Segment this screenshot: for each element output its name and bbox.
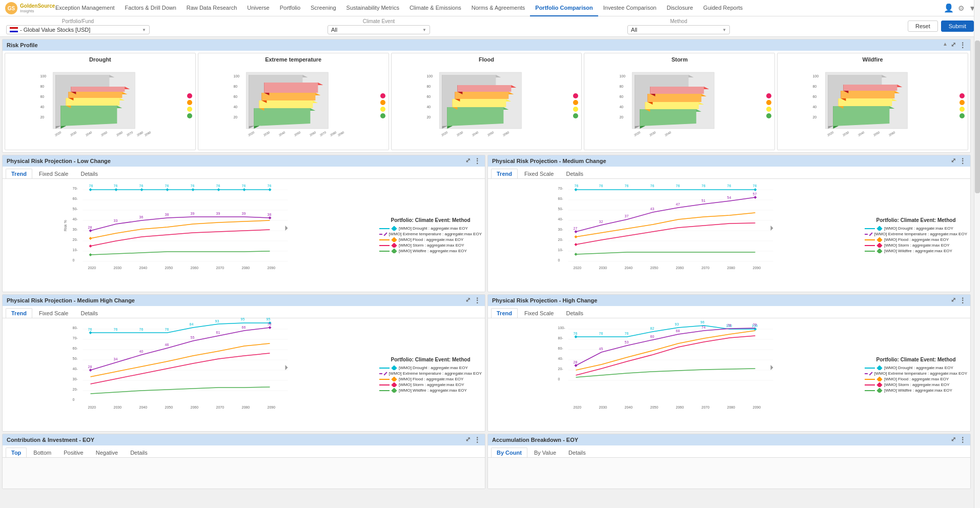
risk-profile-header: Risk Profile ▲ ⤢ ⋮ (3, 39, 970, 51)
svg-marker-226 (754, 196, 757, 199)
svg-marker-13 (60, 106, 117, 126)
high-change-tab-trend[interactable]: Trend (491, 308, 518, 318)
medium-high-tab-trend[interactable]: Trend (6, 308, 32, 318)
svg-marker-124 (839, 98, 892, 106)
svg-text:80: 80 (813, 85, 817, 88)
high-change-header: Physical Risk Projection - High Change ⤢… (488, 295, 970, 306)
accumulation-tab-details[interactable]: Details (563, 448, 591, 457)
nav-universe[interactable]: Universe (242, 0, 274, 16)
accumulation-tab-value[interactable]: By Value (528, 448, 562, 457)
svg-text:10-: 10- (558, 248, 564, 252)
wildfire-card: Wildfire 100 80 60 40 20 (777, 53, 968, 150)
nav-menu: Exception Management Factors & Drill Dow… (50, 0, 944, 16)
method-filter-select[interactable]: All ▼ (627, 25, 730, 34)
svg-text:38: 38 (165, 213, 169, 216)
medium-high-tab-details[interactable]: Details (75, 308, 104, 318)
nav-screening[interactable]: Screening (305, 0, 341, 16)
contribution-title: Contribution & Investment - EOY (7, 437, 94, 443)
medium-high-expand-icon[interactable]: ⤢ (465, 296, 471, 304)
method-filter-group: Method All ▼ (608, 18, 750, 34)
low-change-expand-icon[interactable]: ⤢ (465, 157, 471, 165)
medium-high-chart-svg: 80- 70- 60- 50- 40- 30- 20- 0 2020 (6, 321, 375, 424)
high-change-tab-details[interactable]: Details (560, 308, 589, 318)
high-change-expand-icon[interactable]: ⤢ (951, 296, 956, 304)
svg-text:76: 76 (676, 184, 680, 188)
contribution-expand-icon[interactable]: ⤢ (465, 436, 471, 444)
svg-text:28: 28 (88, 226, 92, 229)
nav-portfolio[interactable]: Portfolio (275, 0, 305, 16)
climate-filter-value: All (331, 27, 337, 33)
submit-button[interactable]: Submit (941, 21, 974, 32)
svg-text:20: 20 (426, 115, 431, 119)
svg-text:2050: 2050 (294, 131, 301, 137)
svg-text:2030: 2030 (456, 131, 463, 137)
nav-norms-agreements[interactable]: Norms & Agreements (466, 0, 530, 16)
nav-climate-emissions[interactable]: Climate & Emissions (404, 0, 466, 16)
contribution-more-icon[interactable]: ⋮ (474, 436, 481, 444)
svg-marker-322 (771, 365, 773, 370)
svg-text:93: 93 (215, 319, 219, 323)
low-change-tab-fixed[interactable]: Fixed Scale (33, 169, 74, 178)
storm-card: Storm 100 80 60 40 20 (584, 53, 775, 150)
climate-filter-select[interactable]: All ▼ (328, 25, 430, 34)
risk-profile-actions: ▲ ⤢ ⋮ (943, 41, 966, 49)
high-change-tab-fixed[interactable]: Fixed Scale (519, 308, 559, 318)
expand-icon[interactable]: ⤢ (951, 41, 956, 49)
accumulation-expand-icon[interactable]: ⤢ (951, 436, 956, 444)
svg-marker-272 (89, 369, 92, 372)
medium-high-more-icon[interactable]: ⋮ (474, 296, 481, 304)
svg-text:76: 76 (114, 184, 118, 188)
nav-exception-management[interactable]: Exception Management (50, 0, 120, 16)
nav-guided-reports[interactable]: Guided Reports (698, 0, 748, 16)
accumulation-tab-count[interactable]: By Count (491, 448, 527, 457)
nav-raw-data-research[interactable]: Raw Data Research (181, 0, 242, 16)
scrollbar-thumb[interactable] (975, 40, 980, 193)
medium-high-tab-fixed[interactable]: Fixed Scale (33, 308, 74, 318)
settings-icon[interactable]: ⚙ (958, 4, 965, 12)
climate-filter-group: Climate Event All ▼ (308, 18, 450, 34)
user-icon[interactable]: 👤 (944, 3, 954, 13)
medium-change-tab-trend[interactable]: Trend (491, 169, 518, 178)
svg-text:40-: 40- (73, 367, 78, 371)
svg-text:37: 37 (625, 214, 629, 218)
low-change-more-icon[interactable]: ⋮ (474, 157, 481, 165)
svg-text:32: 32 (599, 220, 603, 223)
portfolio-chevron-icon: ▼ (142, 28, 146, 32)
contribution-tab-positive[interactable]: Positive (58, 448, 89, 457)
medium-change-more-icon[interactable]: ⋮ (959, 157, 966, 165)
nav-sustainability[interactable]: Sustainability Metrics (341, 0, 404, 16)
contribution-tab-negative[interactable]: Negative (90, 448, 124, 457)
more-options-icon[interactable]: ⋮ (959, 41, 966, 49)
portfolio-filter-select[interactable]: - Global Value Stocks [USD] ▼ (6, 25, 150, 34)
reset-button[interactable]: Reset (908, 21, 938, 32)
scrollbar-track[interactable] (974, 0, 980, 491)
nav-disclosure[interactable]: Disclosure (662, 0, 698, 16)
svg-text:47: 47 (676, 202, 680, 206)
medium-change-chart-area: 70- 60- 50- 40- 30- 20- 10- 0 20 (491, 182, 861, 289)
svg-text:100: 100 (813, 74, 819, 78)
collapse-icon[interactable]: ▲ (943, 41, 948, 49)
medium-change-tab-details[interactable]: Details (560, 169, 589, 178)
risk-profile-title: Risk Profile (7, 42, 38, 48)
svg-text:2070: 2070 (319, 131, 327, 137)
nav-factors-drill-down[interactable]: Factors & Drill Down (120, 0, 181, 16)
high-change-more-icon[interactable]: ⋮ (959, 296, 966, 304)
svg-text:2090: 2090 (268, 266, 276, 270)
contribution-tab-top[interactable]: Top (6, 448, 27, 457)
storm-chart: 100 80 60 40 20 (587, 67, 764, 144)
flood-content: 100 80 60 40 20 (395, 65, 579, 147)
medium-change-expand-icon[interactable]: ⤢ (951, 157, 956, 165)
accumulation-more-icon[interactable]: ⋮ (959, 436, 966, 444)
nav-investee-comparison[interactable]: Investee Comparison (598, 0, 662, 16)
svg-text:100-: 100- (558, 326, 566, 330)
contribution-tab-bottom[interactable]: Bottom (28, 448, 57, 457)
low-change-tab-trend[interactable]: Trend (6, 169, 32, 178)
climate-chevron-icon: ▼ (422, 28, 426, 32)
low-change-tab-details[interactable]: Details (75, 169, 104, 178)
svg-text:2080: 2080 (242, 266, 250, 270)
svg-text:95: 95 (267, 317, 271, 321)
high-change-legend: Portfolio: Climate Event: Method [WMO] D… (865, 321, 967, 428)
medium-change-tab-fixed[interactable]: Fixed Scale (519, 169, 559, 178)
nav-portfolio-comparison[interactable]: Portfolio Comparison (530, 0, 598, 16)
contribution-tab-details[interactable]: Details (125, 448, 153, 457)
